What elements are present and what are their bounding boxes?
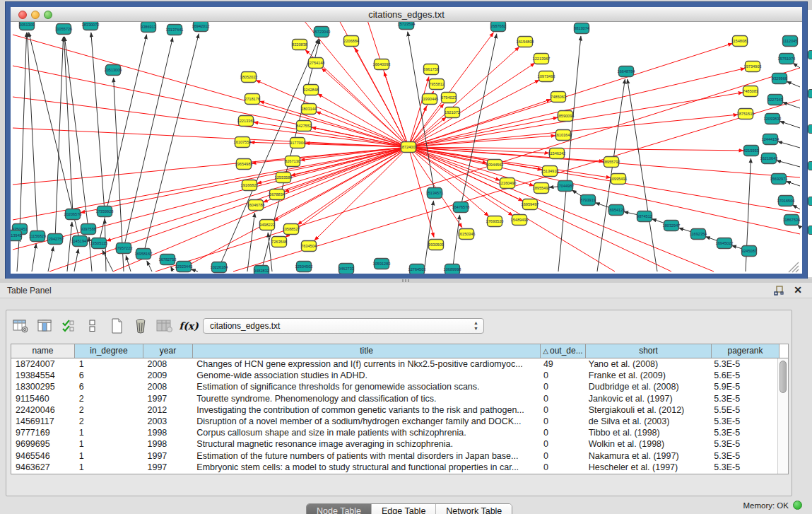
table-cell[interactable]: 1	[75, 427, 143, 438]
table-cell[interactable]: 1998	[143, 438, 193, 450]
table-scrollbar[interactable]	[777, 358, 788, 474]
edge[interactable]	[314, 147, 408, 240]
table-cell[interactable]: 49	[539, 358, 584, 370]
table-cell[interactable]: 2012	[143, 404, 193, 416]
edge[interactable]	[147, 261, 152, 271]
edge[interactable]	[777, 160, 800, 167]
edge[interactable]	[64, 37, 73, 214]
citation-network-graph[interactable]: 1872400782208381275414822068841664009318…	[11, 22, 802, 274]
table-cell[interactable]: 9465546	[11, 450, 75, 462]
edge[interactable]	[91, 33, 105, 211]
table-cell[interactable]: 5.5E-5	[710, 404, 777, 416]
table-cell[interactable]: Tourette syndrome. Phenomenology and cla…	[192, 393, 539, 404]
table-cell[interactable]: 18724007	[11, 358, 75, 370]
table-row[interactable]: 977716911998Corpus callosum shape and si…	[11, 427, 777, 438]
column-header-name[interactable]: name	[11, 344, 75, 358]
table-row[interactable]: 1872400712008Changes of HCN gene express…	[11, 358, 777, 370]
splitter-handle-icon[interactable]	[402, 279, 411, 282]
table-row[interactable]: 946362711997Embryonic stem cells: a mode…	[11, 462, 777, 473]
edge[interactable]	[316, 112, 408, 147]
table-cell[interactable]: 0	[539, 393, 584, 404]
table-cell[interactable]: Changes of HCN gene expression and I(f) …	[192, 358, 539, 370]
edge[interactable]	[260, 101, 408, 147]
table-cell[interactable]: 5.3E-5	[710, 462, 777, 473]
table-cell[interactable]: 19384554	[11, 370, 75, 381]
table-row[interactable]: 1938455462009Genome-wide association stu…	[11, 370, 777, 381]
table-cell[interactable]: 2	[75, 404, 143, 416]
select-all-icon[interactable]	[60, 317, 77, 334]
table-cell[interactable]: 0	[539, 450, 584, 462]
edge[interactable]	[13, 97, 408, 147]
table-cell[interactable]: Disruption of a novel member of a sodium…	[192, 416, 539, 427]
delete-table-icon[interactable]	[156, 317, 173, 334]
table-cell[interactable]: 1997	[143, 462, 193, 473]
table-cell[interactable]: Yano et al. (2008)	[584, 358, 710, 370]
edge[interactable]	[408, 80, 539, 147]
table-cell[interactable]: 5.9E-5	[710, 381, 777, 392]
column-header-title[interactable]: title	[193, 344, 541, 358]
edge[interactable]	[793, 63, 800, 68]
column-header-out_de[interactable]: △out_de...	[541, 344, 586, 358]
edge[interactable]	[126, 256, 131, 271]
edge[interactable]	[424, 201, 434, 271]
minimize-window-icon[interactable]	[31, 11, 40, 19]
table-cell[interactable]: 9463627	[11, 462, 75, 473]
table-cell[interactable]: 1998	[143, 427, 193, 438]
table-cell[interactable]: 5.3E-5	[710, 438, 777, 450]
window-titlebar[interactable]: citations_edges.txt	[11, 7, 802, 22]
table-cell[interactable]: Franke et al. (2009)	[584, 370, 710, 381]
zoom-window-icon[interactable]	[44, 11, 52, 19]
table-cell[interactable]: 2	[75, 393, 143, 404]
table-row[interactable]: 911546021997Tourette syndrome. Phenomeno…	[11, 393, 777, 404]
edge[interactable]	[452, 215, 460, 271]
table-cell[interactable]: 1	[75, 358, 143, 370]
table-cell[interactable]: de Silva et al. (2003)	[584, 416, 710, 427]
edge[interactable]	[408, 136, 555, 147]
table-options-icon[interactable]	[12, 317, 29, 334]
table-cell[interactable]: Structural magnetic resonance image aver…	[192, 438, 539, 450]
edge[interactable]	[191, 269, 198, 271]
table-cell[interactable]: 6	[75, 370, 143, 381]
table-cell[interactable]: 5.6E-5	[710, 370, 777, 381]
new-column-icon[interactable]	[108, 317, 125, 334]
table-cell[interactable]: 1997	[143, 450, 193, 462]
table-cell[interactable]: 6	[75, 381, 143, 392]
table-row[interactable]: 969969511998Structural magnetic resonanc…	[11, 438, 777, 450]
table-cell[interactable]: Embryonic stem cells: a model to study s…	[192, 462, 539, 473]
table-row[interactable]: 1830029562008Estimation of significance …	[11, 381, 777, 392]
node[interactable]	[808, 197, 812, 206]
edge[interactable]	[20, 33, 27, 229]
node[interactable]	[808, 124, 812, 134]
table-cell[interactable]: 1997	[143, 393, 193, 404]
table-cell[interactable]: 0	[539, 370, 584, 381]
delete-column-icon[interactable]	[132, 317, 149, 334]
network-view-window[interactable]: citations_edges.txt 18724007822083812754…	[6, 2, 807, 279]
table-cell[interactable]: 0	[539, 427, 584, 438]
table-cell[interactable]: Tibbo et al. (1998)	[584, 427, 710, 438]
table-select-dropdown[interactable]: citations_edges.txt ▲▼	[203, 318, 484, 334]
table-cell[interactable]: 18300295	[11, 381, 75, 392]
edge[interactable]	[291, 147, 408, 175]
table-cell[interactable]: 0	[539, 381, 584, 392]
table-cell[interactable]: Stergiakouli et al. (2012)	[584, 404, 710, 416]
table-cell[interactable]: 2	[75, 416, 143, 427]
node[interactable]	[808, 226, 812, 235]
table-cell[interactable]: 0	[539, 416, 584, 427]
table-cell[interactable]: Estimation of the future numbers of pati…	[192, 450, 539, 462]
float-panel-icon[interactable]	[774, 286, 784, 296]
column-header-pagerank[interactable]: pagerank	[712, 344, 779, 358]
table-cell[interactable]: 2008	[143, 358, 193, 370]
edge[interactable]	[32, 244, 36, 271]
table-cell[interactable]: Jankovic et al. (1997)	[584, 393, 710, 404]
edge[interactable]	[408, 32, 435, 193]
edge[interactable]	[408, 77, 429, 147]
node[interactable]	[808, 89, 812, 98]
window-resize-grip[interactable]	[789, 262, 799, 272]
table-cell[interactable]: 0	[539, 404, 584, 416]
edge[interactable]	[408, 147, 743, 151]
table-cell[interactable]: 5.3E-5	[710, 416, 777, 427]
table-cell[interactable]: 14569117	[11, 416, 75, 427]
column-header-in_degree[interactable]: in_degree	[75, 344, 143, 358]
edge[interactable]	[17, 237, 19, 271]
edge[interactable]	[219, 39, 319, 267]
